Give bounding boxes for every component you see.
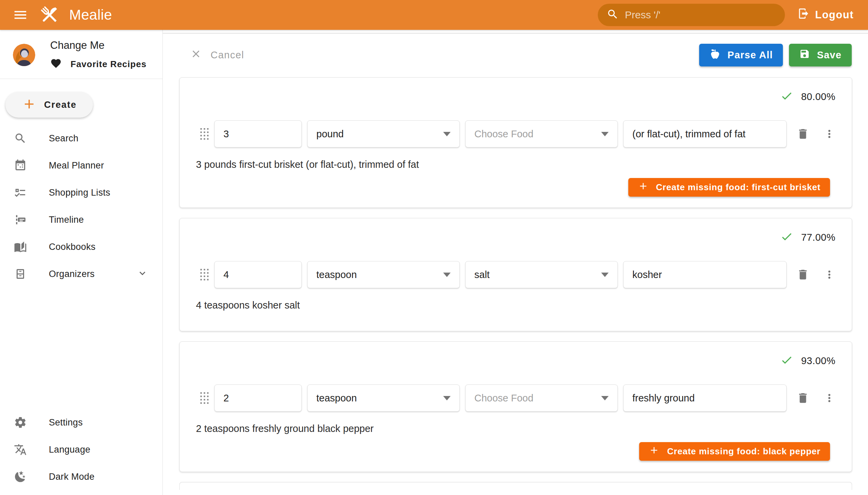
ingredient-fields-row: pound Choose Food bbox=[180, 120, 852, 148]
main-content: Cancel Parse All Save 80.00% bbox=[163, 34, 868, 495]
checklist-icon bbox=[14, 186, 27, 199]
original-ingredient-text: 4 teaspoons kosher salt bbox=[180, 300, 852, 312]
save-icon bbox=[799, 49, 817, 62]
cancel-label: Cancel bbox=[210, 50, 244, 61]
sidebar-item-organizers[interactable]: Organizers bbox=[0, 260, 163, 288]
unit-select[interactable]: teaspoon bbox=[307, 261, 460, 288]
search-input[interactable]: Press '/' bbox=[598, 4, 785, 26]
sidebar-item-dark-mode[interactable]: Dark Mode bbox=[0, 463, 163, 490]
sidebar-item-label: Settings bbox=[49, 417, 83, 428]
unit-select[interactable]: teaspoon bbox=[307, 385, 460, 412]
food-select[interactable]: salt bbox=[465, 261, 618, 288]
create-missing-food-button[interactable]: Create missing food: first-cut brisket bbox=[628, 178, 830, 197]
create-missing-food-button[interactable]: Create missing food: black pepper bbox=[639, 442, 830, 461]
app-header: Mealie Press '/' Logout bbox=[0, 0, 868, 30]
quantity-input[interactable] bbox=[214, 120, 302, 148]
sidebar-nav: Search Meal Planner Shopping Lists Timel… bbox=[0, 125, 163, 288]
sidebar-item-meal-planner[interactable]: Meal Planner bbox=[0, 152, 163, 179]
note-input[interactable] bbox=[623, 385, 787, 412]
ingredient-card: 80.00% pound Choose Food 3 pounds fi bbox=[180, 77, 852, 208]
plus-icon bbox=[638, 181, 656, 194]
search-icon bbox=[607, 8, 619, 22]
dropdown-caret-icon bbox=[601, 132, 609, 136]
close-icon bbox=[190, 48, 210, 62]
app-title: Mealie bbox=[69, 7, 112, 23]
sidebar-item-language[interactable]: Language bbox=[0, 436, 163, 463]
calendar-icon bbox=[14, 159, 27, 172]
ingredient-card-list: 80.00% pound Choose Food 3 pounds fi bbox=[180, 77, 852, 490]
food-select[interactable]: Choose Food bbox=[465, 120, 618, 148]
quantity-input[interactable] bbox=[214, 261, 302, 288]
ingredient-card: 77.00% teaspoon salt 4 teaspoons kos bbox=[180, 218, 852, 331]
apple-icon bbox=[709, 48, 728, 62]
mealie-logo-icon[interactable] bbox=[39, 4, 61, 26]
gear-icon bbox=[14, 416, 27, 429]
save-button[interactable]: Save bbox=[789, 44, 852, 66]
note-input[interactable] bbox=[623, 120, 787, 148]
confidence-row: 80.00% bbox=[180, 90, 852, 103]
dropdown-caret-icon bbox=[601, 273, 609, 277]
user-profile[interactable]: Change Me Favorite Recipes bbox=[0, 30, 163, 79]
parse-all-label: Parse All bbox=[728, 50, 773, 61]
drawer-icon bbox=[14, 267, 27, 281]
sidebar-item-label: Timeline bbox=[49, 215, 84, 225]
sidebar-item-label: Dark Mode bbox=[49, 472, 95, 482]
ingredient-card-partial bbox=[180, 482, 852, 490]
missing-food-row: Create missing food: first-cut brisket bbox=[180, 171, 852, 207]
ingredient-card: 93.00% teaspoon Choose Food 2 teaspo bbox=[180, 341, 852, 472]
confidence-value: 80.00% bbox=[801, 91, 835, 102]
parse-all-button[interactable]: Parse All bbox=[699, 44, 783, 66]
quantity-input[interactable] bbox=[214, 385, 302, 412]
logout-button[interactable]: Logout bbox=[794, 4, 858, 26]
confidence-row: 77.00% bbox=[180, 231, 852, 244]
avatar bbox=[13, 44, 35, 66]
ingredient-menu-button[interactable] bbox=[821, 390, 837, 406]
create-label: Create bbox=[44, 100, 76, 110]
create-missing-food-label: Create missing food: first-cut brisket bbox=[656, 182, 820, 192]
ingredient-menu-button[interactable] bbox=[821, 267, 837, 283]
book-icon bbox=[14, 240, 27, 254]
sidebar: Change Me Favorite Recipes Create Search bbox=[0, 30, 163, 495]
check-icon bbox=[780, 354, 793, 368]
drag-handle-icon[interactable] bbox=[200, 128, 209, 140]
create-button[interactable]: Create bbox=[5, 92, 93, 118]
original-ingredient-text: 2 teaspoons freshly ground black pepper bbox=[180, 423, 852, 435]
chevron-down-icon bbox=[137, 268, 148, 280]
sidebar-footer: Settings Language Dark Mode bbox=[0, 409, 163, 495]
unit-value: pound bbox=[316, 129, 344, 140]
sidebar-item-settings[interactable]: Settings bbox=[0, 409, 163, 436]
delete-ingredient-button[interactable] bbox=[795, 267, 811, 283]
favorite-recipes-link[interactable]: Favorite Recipes bbox=[50, 58, 147, 70]
sidebar-item-label: Shopping Lists bbox=[49, 187, 110, 198]
translate-icon bbox=[14, 443, 27, 456]
confidence-row: 93.00% bbox=[180, 354, 852, 368]
dropdown-caret-icon bbox=[443, 273, 450, 277]
sidebar-item-label: Search bbox=[49, 133, 78, 144]
food-value: salt bbox=[474, 269, 490, 280]
menu-icon[interactable] bbox=[8, 5, 33, 25]
moon-icon bbox=[14, 470, 27, 483]
check-icon bbox=[780, 89, 793, 104]
sidebar-item-shopping-lists[interactable]: Shopping Lists bbox=[0, 179, 163, 206]
sidebar-item-label: Cookbooks bbox=[49, 242, 96, 252]
food-select[interactable]: Choose Food bbox=[465, 385, 618, 412]
unit-select[interactable]: pound bbox=[307, 120, 460, 148]
parser-toolbar: Cancel Parse All Save bbox=[180, 44, 852, 66]
logout-icon bbox=[798, 7, 815, 22]
confidence-value: 93.00% bbox=[801, 355, 835, 366]
drag-handle-icon[interactable] bbox=[200, 392, 209, 404]
user-name: Change Me bbox=[50, 39, 147, 52]
note-input[interactable] bbox=[623, 261, 787, 288]
delete-ingredient-button[interactable] bbox=[795, 390, 811, 406]
sidebar-item-search[interactable]: Search bbox=[0, 125, 163, 152]
ingredient-fields-row: teaspoon Choose Food bbox=[180, 385, 852, 412]
delete-ingredient-button[interactable] bbox=[795, 126, 811, 142]
sidebar-item-timeline[interactable]: Timeline bbox=[0, 206, 163, 233]
sidebar-item-cookbooks[interactable]: Cookbooks bbox=[0, 233, 163, 260]
ingredient-menu-button[interactable] bbox=[821, 126, 837, 142]
food-value: Choose Food bbox=[474, 129, 533, 140]
cancel-button[interactable]: Cancel bbox=[190, 48, 244, 62]
dropdown-caret-icon bbox=[601, 396, 609, 400]
drag-handle-icon[interactable] bbox=[200, 269, 209, 280]
missing-food-row: Create missing food: black pepper bbox=[180, 435, 852, 472]
